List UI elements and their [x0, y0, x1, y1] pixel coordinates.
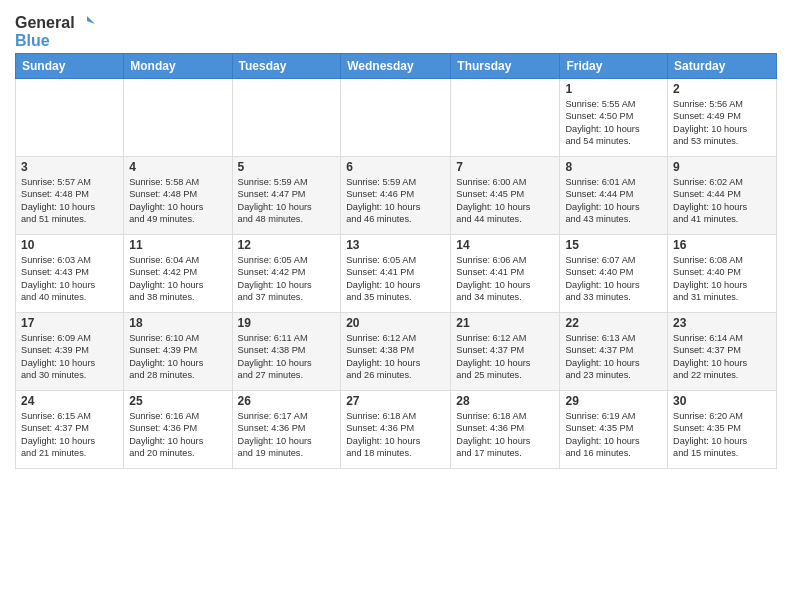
day-number: 24 [21, 394, 118, 408]
day-number: 30 [673, 394, 771, 408]
calendar-cell: 14Sunrise: 6:06 AMSunset: 4:41 PMDayligh… [451, 235, 560, 313]
calendar-cell: 29Sunrise: 6:19 AMSunset: 4:35 PMDayligh… [560, 391, 668, 469]
cell-content: Sunrise: 5:55 AMSunset: 4:50 PMDaylight:… [565, 98, 662, 148]
day-number: 16 [673, 238, 771, 252]
header: General Blue [15, 10, 777, 45]
day-number: 9 [673, 160, 771, 174]
day-number: 6 [346, 160, 445, 174]
day-number: 29 [565, 394, 662, 408]
day-number: 28 [456, 394, 554, 408]
calendar-cell: 11Sunrise: 6:04 AMSunset: 4:42 PMDayligh… [124, 235, 232, 313]
calendar-cell [124, 79, 232, 157]
day-number: 11 [129, 238, 226, 252]
calendar-cell: 20Sunrise: 6:12 AMSunset: 4:38 PMDayligh… [341, 313, 451, 391]
calendar-cell: 5Sunrise: 5:59 AMSunset: 4:47 PMDaylight… [232, 157, 341, 235]
cell-content: Sunrise: 6:02 AMSunset: 4:44 PMDaylight:… [673, 176, 771, 226]
calendar-cell: 12Sunrise: 6:05 AMSunset: 4:42 PMDayligh… [232, 235, 341, 313]
cell-content: Sunrise: 6:07 AMSunset: 4:40 PMDaylight:… [565, 254, 662, 304]
calendar-cell: 24Sunrise: 6:15 AMSunset: 4:37 PMDayligh… [16, 391, 124, 469]
header-thursday: Thursday [451, 54, 560, 79]
day-number: 3 [21, 160, 118, 174]
cell-content: Sunrise: 6:16 AMSunset: 4:36 PMDaylight:… [129, 410, 226, 460]
cell-content: Sunrise: 6:00 AMSunset: 4:45 PMDaylight:… [456, 176, 554, 226]
cell-content: Sunrise: 6:20 AMSunset: 4:35 PMDaylight:… [673, 410, 771, 460]
day-number: 12 [238, 238, 336, 252]
week-row-5: 24Sunrise: 6:15 AMSunset: 4:37 PMDayligh… [16, 391, 777, 469]
cell-content: Sunrise: 6:17 AMSunset: 4:36 PMDaylight:… [238, 410, 336, 460]
cell-content: Sunrise: 5:57 AMSunset: 4:48 PMDaylight:… [21, 176, 118, 226]
page: General Blue Sunday Monday Tuesday Wedne… [0, 0, 792, 612]
cell-content: Sunrise: 6:08 AMSunset: 4:40 PMDaylight:… [673, 254, 771, 304]
calendar-cell: 13Sunrise: 6:05 AMSunset: 4:41 PMDayligh… [341, 235, 451, 313]
day-number: 22 [565, 316, 662, 330]
day-number: 19 [238, 316, 336, 330]
day-number: 26 [238, 394, 336, 408]
cell-content: Sunrise: 6:18 AMSunset: 4:36 PMDaylight:… [346, 410, 445, 460]
calendar-cell: 16Sunrise: 6:08 AMSunset: 4:40 PMDayligh… [668, 235, 777, 313]
header-sunday: Sunday [16, 54, 124, 79]
day-number: 20 [346, 316, 445, 330]
day-number: 23 [673, 316, 771, 330]
cell-content: Sunrise: 6:04 AMSunset: 4:42 PMDaylight:… [129, 254, 226, 304]
cell-content: Sunrise: 6:14 AMSunset: 4:37 PMDaylight:… [673, 332, 771, 382]
cell-content: Sunrise: 5:56 AMSunset: 4:49 PMDaylight:… [673, 98, 771, 148]
calendar-header-row: Sunday Monday Tuesday Wednesday Thursday… [16, 54, 777, 79]
day-number: 27 [346, 394, 445, 408]
calendar-cell: 30Sunrise: 6:20 AMSunset: 4:35 PMDayligh… [668, 391, 777, 469]
calendar-cell: 17Sunrise: 6:09 AMSunset: 4:39 PMDayligh… [16, 313, 124, 391]
day-number: 15 [565, 238, 662, 252]
week-row-4: 17Sunrise: 6:09 AMSunset: 4:39 PMDayligh… [16, 313, 777, 391]
calendar-cell: 28Sunrise: 6:18 AMSunset: 4:36 PMDayligh… [451, 391, 560, 469]
cell-content: Sunrise: 6:18 AMSunset: 4:36 PMDaylight:… [456, 410, 554, 460]
calendar-cell: 2Sunrise: 5:56 AMSunset: 4:49 PMDaylight… [668, 79, 777, 157]
day-number: 18 [129, 316, 226, 330]
cell-content: Sunrise: 6:05 AMSunset: 4:41 PMDaylight:… [346, 254, 445, 304]
header-friday: Friday [560, 54, 668, 79]
calendar-cell: 10Sunrise: 6:03 AMSunset: 4:43 PMDayligh… [16, 235, 124, 313]
week-row-3: 10Sunrise: 6:03 AMSunset: 4:43 PMDayligh… [16, 235, 777, 313]
calendar-table: Sunday Monday Tuesday Wednesday Thursday… [15, 53, 777, 469]
svg-marker-2 [87, 16, 95, 24]
calendar-cell: 3Sunrise: 5:57 AMSunset: 4:48 PMDaylight… [16, 157, 124, 235]
day-number: 17 [21, 316, 118, 330]
calendar-cell: 6Sunrise: 5:59 AMSunset: 4:46 PMDaylight… [341, 157, 451, 235]
cell-content: Sunrise: 6:06 AMSunset: 4:41 PMDaylight:… [456, 254, 554, 304]
svg-text:Blue: Blue [15, 32, 50, 49]
header-tuesday: Tuesday [232, 54, 341, 79]
header-monday: Monday [124, 54, 232, 79]
cell-content: Sunrise: 6:03 AMSunset: 4:43 PMDaylight:… [21, 254, 118, 304]
week-row-2: 3Sunrise: 5:57 AMSunset: 4:48 PMDaylight… [16, 157, 777, 235]
day-number: 13 [346, 238, 445, 252]
day-number: 14 [456, 238, 554, 252]
day-number: 25 [129, 394, 226, 408]
day-number: 4 [129, 160, 226, 174]
day-number: 8 [565, 160, 662, 174]
cell-content: Sunrise: 6:10 AMSunset: 4:39 PMDaylight:… [129, 332, 226, 382]
calendar-cell [232, 79, 341, 157]
header-wednesday: Wednesday [341, 54, 451, 79]
cell-content: Sunrise: 6:05 AMSunset: 4:42 PMDaylight:… [238, 254, 336, 304]
cell-content: Sunrise: 6:12 AMSunset: 4:38 PMDaylight:… [346, 332, 445, 382]
calendar-cell: 8Sunrise: 6:01 AMSunset: 4:44 PMDaylight… [560, 157, 668, 235]
calendar-cell: 27Sunrise: 6:18 AMSunset: 4:36 PMDayligh… [341, 391, 451, 469]
cell-content: Sunrise: 6:11 AMSunset: 4:38 PMDaylight:… [238, 332, 336, 382]
cell-content: Sunrise: 5:58 AMSunset: 4:48 PMDaylight:… [129, 176, 226, 226]
logo-icon: General Blue [15, 10, 55, 45]
cell-content: Sunrise: 6:01 AMSunset: 4:44 PMDaylight:… [565, 176, 662, 226]
cell-content: Sunrise: 6:15 AMSunset: 4:37 PMDaylight:… [21, 410, 118, 460]
calendar-cell [451, 79, 560, 157]
calendar-cell: 18Sunrise: 6:10 AMSunset: 4:39 PMDayligh… [124, 313, 232, 391]
calendar-cell: 22Sunrise: 6:13 AMSunset: 4:37 PMDayligh… [560, 313, 668, 391]
svg-text:General: General [15, 14, 75, 31]
calendar-cell: 15Sunrise: 6:07 AMSunset: 4:40 PMDayligh… [560, 235, 668, 313]
cell-content: Sunrise: 6:12 AMSunset: 4:37 PMDaylight:… [456, 332, 554, 382]
cell-content: Sunrise: 6:09 AMSunset: 4:39 PMDaylight:… [21, 332, 118, 382]
day-number: 2 [673, 82, 771, 96]
day-number: 1 [565, 82, 662, 96]
calendar-cell: 23Sunrise: 6:14 AMSunset: 4:37 PMDayligh… [668, 313, 777, 391]
calendar-cell: 19Sunrise: 6:11 AMSunset: 4:38 PMDayligh… [232, 313, 341, 391]
calendar-cell: 9Sunrise: 6:02 AMSunset: 4:44 PMDaylight… [668, 157, 777, 235]
logo: General Blue [15, 10, 55, 45]
calendar-cell: 26Sunrise: 6:17 AMSunset: 4:36 PMDayligh… [232, 391, 341, 469]
calendar-cell [16, 79, 124, 157]
